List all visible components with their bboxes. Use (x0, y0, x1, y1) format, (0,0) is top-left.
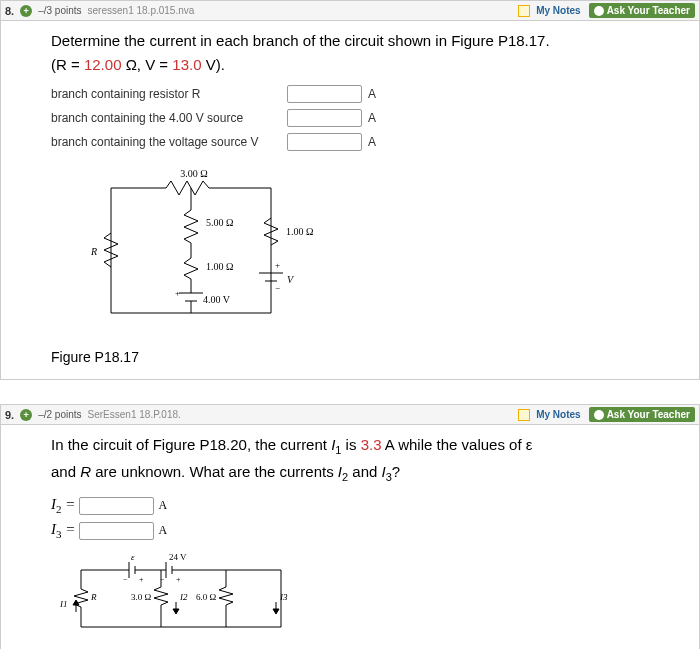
points-label: –/2 points (38, 409, 81, 420)
question-9-header: 9. + –/2 points SerEssen1 18.P.018. My N… (1, 405, 699, 425)
answer-inputs-9: I2 = A I3 = A (51, 496, 687, 540)
svg-marker-14 (173, 609, 179, 614)
svg-marker-16 (273, 609, 279, 614)
question-9-body: In the circuit of Figure P18.20, the cur… (1, 425, 699, 649)
stem-line-2b: Ω, V = (121, 56, 172, 73)
header-left: 9. + –/2 points SerEssen1 18.P.018. (5, 409, 181, 421)
V-value: 13.0 (172, 56, 201, 73)
question-9-stem: In the circuit of Figure P18.20, the cur… (51, 433, 687, 486)
label-4V: 4.00 V (203, 294, 231, 305)
svg-text:+: + (139, 575, 144, 584)
svg-text:+: + (175, 288, 180, 298)
stem-9b: is (341, 436, 360, 453)
circuit-figure-p18-17: 3.00 Ω 5.00 Ω 1.00 Ω 1.00 Ω R 4.00 V V +… (51, 163, 351, 343)
points-label: –/3 points (38, 5, 81, 16)
label-1ohm-b: 1.00 Ω (286, 226, 313, 237)
ask-teacher-button[interactable]: Ask Your Teacher (589, 3, 695, 18)
svg-text:+: + (275, 260, 280, 270)
unit-A: A (368, 111, 376, 125)
R-value: 12.00 (84, 56, 122, 73)
label-1ohm-a: 1.00 Ω (206, 261, 233, 272)
unit-A: A (158, 523, 167, 538)
label-I1: I1 (59, 599, 68, 609)
header-right: My Notes Ask Your Teacher (518, 3, 695, 18)
unit-A: A (158, 498, 167, 513)
answer-input-R[interactable] (287, 85, 362, 103)
stem-9d: and R are unknown. What are the currents… (51, 463, 400, 480)
answer-input-4V[interactable] (287, 109, 362, 127)
I3-label: I3 = (51, 521, 75, 540)
question-8-body: Determine the current in each branch of … (1, 21, 699, 379)
svg-text:−: − (123, 575, 128, 584)
my-notes-link[interactable]: My Notes (536, 409, 580, 420)
label-3ohm: 3.00 Ω (180, 168, 207, 179)
input-row-3: branch containing the voltage source V A (51, 133, 687, 151)
question-number: 8. (5, 5, 14, 17)
stem-9a: In the circuit of Figure P18.20, the cur… (51, 436, 331, 453)
question-8-stem: Determine the current in each branch of … (51, 29, 687, 77)
label-6ohm: 6.0 Ω (196, 592, 217, 602)
answer-input-V[interactable] (287, 133, 362, 151)
label-I3: I3 (279, 592, 288, 602)
answer-input-I3[interactable] (79, 522, 154, 540)
question-9: 9. + –/2 points SerEssen1 18.P.018. My N… (0, 404, 700, 649)
row1-label: branch containing resistor R (51, 87, 281, 101)
input-row-2: branch containing the 4.00 V source A (51, 109, 687, 127)
answer-inputs: branch containing resistor R A branch co… (51, 85, 687, 151)
input-row-I3: I3 = A (51, 521, 687, 540)
svg-text:−: − (275, 283, 280, 293)
stem-line-1: Determine the current in each branch of … (51, 32, 550, 49)
answer-input-I2[interactable] (79, 497, 154, 515)
stem-line-2c: V). (202, 56, 225, 73)
notes-icon[interactable] (518, 409, 530, 421)
I1-symbol: I1 (331, 436, 341, 453)
svg-text:−: − (160, 575, 165, 584)
row3-label: branch containing the voltage source V (51, 135, 281, 149)
input-row-1: branch containing resistor R A (51, 85, 687, 103)
question-number: 9. (5, 409, 14, 421)
unit-A: A (368, 135, 376, 149)
notes-icon[interactable] (518, 5, 530, 17)
label-R: R (90, 246, 97, 257)
I1-value: 3.3 (361, 436, 382, 453)
label-5ohm: 5.00 Ω (206, 217, 233, 228)
question-8: 8. + –/3 points seressen1 18.p.015.nva M… (0, 0, 700, 380)
header-right: My Notes Ask Your Teacher (518, 407, 695, 422)
label-I2: I2 (179, 592, 188, 602)
expand-icon[interactable]: + (20, 409, 32, 421)
ask-teacher-button[interactable]: Ask Your Teacher (589, 407, 695, 422)
row2-label: branch containing the 4.00 V source (51, 111, 281, 125)
label-3ohm: 3.0 Ω (131, 592, 152, 602)
stem-line-2a: (R = (51, 56, 84, 73)
unit-A: A (368, 87, 376, 101)
question-8-header: 8. + –/3 points seressen1 18.p.015.nva M… (1, 1, 699, 21)
label-eps: ε (131, 552, 135, 562)
header-left: 8. + –/3 points seressen1 18.p.015.nva (5, 5, 194, 17)
label-V: V (287, 274, 295, 285)
circuit-figure-p18-20: ε 24 V I1 R 3.0 Ω I2 6.0 Ω I3 −+ −+ (51, 552, 311, 647)
figure-caption-1: Figure P18.17 (51, 349, 687, 365)
reference-code: SerEssen1 18.P.018. (88, 409, 181, 420)
label-R: R (90, 592, 97, 602)
reference-code: seressen1 18.p.015.nva (88, 5, 195, 16)
input-row-I2: I2 = A (51, 496, 687, 515)
I2-label: I2 = (51, 496, 75, 515)
expand-icon[interactable]: + (20, 5, 32, 17)
my-notes-link[interactable]: My Notes (536, 5, 580, 16)
svg-text:+: + (176, 575, 181, 584)
stem-9c: A while the values of ε (381, 436, 532, 453)
label-24v: 24 V (169, 552, 187, 562)
